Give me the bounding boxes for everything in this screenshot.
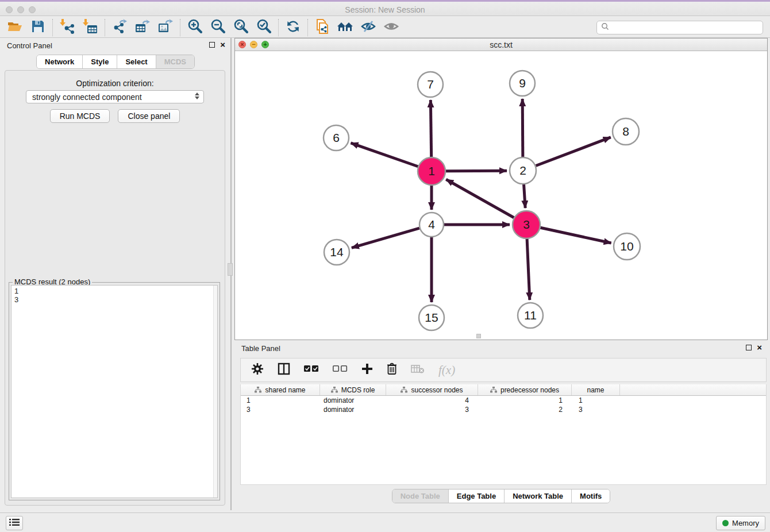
column-header-name[interactable]: name — [572, 384, 620, 395]
column-header-successor-nodes[interactable]: successor nodes — [386, 384, 478, 395]
close-panel-button[interactable]: Close panel — [118, 109, 180, 123]
panel-splitter-grip[interactable] — [228, 263, 233, 276]
graph-edge-3-11[interactable] — [527, 239, 530, 300]
graph-edge-1-7[interactable] — [430, 100, 431, 157]
close-table-panel-icon[interactable]: × — [757, 344, 762, 351]
zoom-selected-button[interactable] — [252, 18, 275, 37]
table-panel-title: Table Panel — [241, 344, 280, 353]
optimization-criterion-label: Optimization criterion: — [5, 79, 225, 88]
mcds-result-text[interactable]: 1 3 — [11, 285, 218, 498]
node-table: shared name MCDS role successor nodes pr… — [240, 384, 767, 485]
graph-node-15[interactable]: 15 — [419, 305, 444, 330]
open-folder-icon — [7, 20, 23, 36]
delete-columns-icon[interactable] — [387, 363, 397, 377]
zoom-fit-button[interactable] — [229, 18, 252, 37]
graph-node-10[interactable]: 10 — [614, 233, 640, 260]
tab-mcds[interactable]: MCDS — [156, 55, 194, 68]
import-network-button[interactable] — [56, 18, 79, 37]
svg-text:4: 4 — [428, 218, 435, 231]
column-header-shared-name[interactable]: shared name — [241, 384, 320, 395]
clone-network-button[interactable] — [311, 18, 334, 37]
export-table-button[interactable] — [131, 18, 154, 37]
toolbar-separator — [180, 19, 180, 36]
show-panels-button[interactable] — [6, 516, 23, 530]
open-session-button[interactable] — [3, 18, 26, 37]
show-graphics-details-button[interactable] — [380, 18, 403, 37]
graph-node-11[interactable]: 11 — [518, 303, 543, 328]
graph-node-2[interactable]: 2 — [510, 157, 536, 184]
float-table-panel-icon[interactable] — [746, 345, 752, 350]
optimization-criterion-value: strongly connected component — [32, 92, 142, 102]
table-row[interactable]: 1 dominator 4 1 1 — [241, 396, 766, 405]
network-view-titlebar[interactable]: × − + scc.txt — [235, 38, 767, 51]
toolbar-separator — [307, 19, 308, 36]
network-graph[interactable]: 1234678910111415 — [235, 51, 767, 340]
zoom-out-icon — [210, 18, 226, 37]
canvas-scroll-thumb[interactable] — [476, 334, 481, 338]
graph-node-7[interactable]: 7 — [418, 72, 443, 97]
graph-node-6[interactable]: 6 — [324, 125, 349, 151]
svg-text:9: 9 — [519, 76, 526, 90]
import-network-icon — [59, 18, 75, 37]
run-mcds-button[interactable]: Run MCDS — [50, 109, 110, 123]
zoom-in-button[interactable] — [183, 18, 206, 37]
table-settings-icon[interactable] — [251, 363, 264, 377]
delete-table-icon — [411, 364, 425, 376]
float-panel-icon[interactable] — [209, 42, 215, 48]
refresh-layout-icon — [286, 19, 301, 36]
graph-edge-1-6[interactable] — [351, 143, 418, 167]
tab-network[interactable]: Network — [37, 55, 82, 68]
graph-edge-2-3[interactable] — [524, 184, 526, 208]
graph-node-14[interactable]: 14 — [324, 240, 349, 265]
svg-text:6: 6 — [333, 131, 340, 144]
column-header-mcds-role[interactable]: MCDS role — [320, 384, 386, 395]
tab-network-table[interactable]: Network Table — [504, 489, 571, 503]
graph-node-1[interactable]: 1 — [418, 157, 445, 185]
home-button[interactable] — [334, 18, 357, 37]
export-image-button[interactable] — [154, 18, 177, 37]
graph-edge-1-2[interactable] — [446, 171, 507, 171]
result-scrollbar[interactable] — [213, 286, 217, 498]
tab-node-table[interactable]: Node Table — [392, 489, 448, 503]
graph-node-3[interactable]: 3 — [513, 211, 540, 238]
select-all-checkboxes-icon[interactable] — [304, 365, 319, 375]
zoom-out-button[interactable] — [206, 18, 229, 37]
table-row[interactable]: 3 dominator 3 2 3 — [241, 405, 766, 414]
add-column-icon[interactable] — [361, 363, 373, 377]
graph-node-8[interactable]: 8 — [613, 118, 639, 145]
search-input[interactable] — [610, 22, 763, 33]
window-titlebar: Session: New Session — [0, 0, 770, 16]
graph-edge-3-10[interactable] — [540, 228, 611, 243]
network-canvas[interactable]: 1234678910111415 — [235, 51, 767, 340]
export-network-button[interactable] — [108, 18, 131, 37]
tab-motifs[interactable]: Motifs — [571, 489, 610, 503]
clear-all-checkboxes-icon[interactable] — [333, 365, 348, 375]
graph-edge-4-14[interactable] — [352, 228, 419, 248]
svg-text:14: 14 — [330, 245, 344, 259]
graph-node-9[interactable]: 9 — [510, 71, 535, 96]
graph-edge-2-9[interactable] — [522, 99, 523, 157]
eye-icon — [383, 20, 399, 36]
tab-select[interactable]: Select — [117, 55, 155, 68]
import-table-button[interactable] — [79, 18, 102, 37]
mcds-panel: Optimization criterion: strongly connect… — [5, 70, 225, 506]
save-session-button[interactable] — [26, 18, 49, 37]
network-view-title: scc.txt — [235, 40, 767, 49]
svg-text:3: 3 — [523, 218, 530, 231]
optimization-criterion-select[interactable]: strongly connected component — [26, 90, 204, 103]
memory-button[interactable]: Memory — [716, 516, 765, 530]
show-columns-icon[interactable] — [278, 363, 290, 377]
column-header-predecessor-nodes[interactable]: predecessor nodes — [478, 384, 572, 395]
table-header-row: shared name MCDS role successor nodes pr… — [241, 384, 766, 396]
graph-edge-3-1[interactable] — [446, 179, 514, 217]
search-box[interactable] — [596, 21, 763, 34]
apply-layout-button[interactable] — [282, 18, 305, 37]
tab-edge-table[interactable]: Edge Table — [448, 489, 504, 503]
tab-style[interactable]: Style — [82, 55, 117, 68]
graph-edge-2-8[interactable] — [536, 137, 610, 166]
export-image-icon — [157, 18, 174, 37]
close-panel-icon[interactable]: × — [220, 41, 225, 48]
hide-graphics-details-button[interactable] — [357, 18, 380, 37]
zoom-fit-icon — [233, 18, 249, 37]
graph-node-4[interactable]: 4 — [419, 213, 444, 237]
